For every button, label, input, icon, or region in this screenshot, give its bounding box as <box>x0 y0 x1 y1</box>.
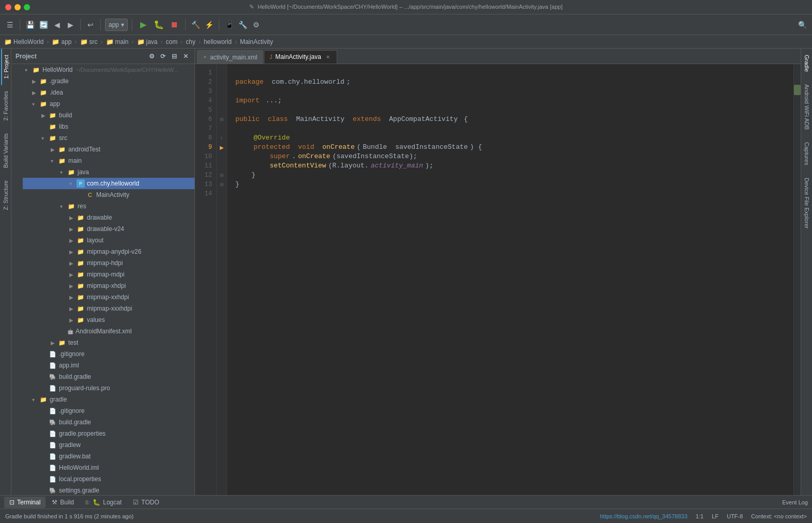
tab-structure[interactable]: Z: Structure <box>2 174 10 216</box>
tree-res[interactable]: ▾ 📁 res <box>23 201 194 212</box>
stop-button[interactable]: ⏹ <box>168 18 181 32</box>
tree-mipmap-mdpi[interactable]: ▶ 📁 mipmap-mdpi <box>23 269 194 280</box>
tree-helloworld-iml[interactable]: 📄 HelloWorld.iml <box>23 462 194 473</box>
tree-gradle-root[interactable]: ▾ 📁 gradle <box>23 394 194 405</box>
code-area[interactable]: package com.chy.helloworld ; import ...;… <box>227 64 793 495</box>
tab-gradle[interactable]: Gradle <box>803 49 811 78</box>
tree-layout[interactable]: ▶ 📁 layout <box>23 235 194 246</box>
tab-build-variants[interactable]: Build Variants <box>2 127 10 174</box>
status-encoding[interactable]: UTF-8 <box>727 513 743 519</box>
tree-values[interactable]: ▶ 📁 values <box>23 314 194 326</box>
bottom-tab-terminal[interactable]: ⊡ Terminal <box>4 497 46 508</box>
back-button[interactable]: ◀ <box>51 19 63 30</box>
tree-gradle-properties[interactable]: 📄 gradle.properties <box>23 428 194 439</box>
tree-gitignore-app[interactable]: 📄 .gitignore <box>23 348 194 360</box>
tree-root[interactable]: ▾ 📁 HelloWorld ~/Documents/WorkSpace/CHY… <box>23 64 194 75</box>
tab-device-file-explorer[interactable]: Device File Explorer <box>803 172 811 235</box>
sync-gradle-button[interactable]: ⚡ <box>203 19 215 30</box>
tree-mipmap-xhdpi[interactable]: ▶ 📁 mipmap-xhdpi <box>23 280 194 291</box>
tree-androidmanifest[interactable]: 🤖 AndroidManifest.xml <box>23 326 194 337</box>
menu-button[interactable]: ☰ <box>4 19 16 30</box>
nav-com[interactable]: com <box>166 38 178 45</box>
fold-class-end-icon[interactable]: ⊞ <box>220 182 224 187</box>
tree-idea[interactable]: ▶ 📁 .idea <box>23 87 194 98</box>
save-button[interactable]: 💾 <box>24 19 36 30</box>
status-lf[interactable]: LF <box>712 513 718 519</box>
tree-app[interactable]: ▾ 📁 app <box>23 98 194 110</box>
tree-local-properties[interactable]: 📄 local.properties <box>23 473 194 485</box>
tree-gradlew[interactable]: 📄 gradlew <box>23 439 194 451</box>
bottom-tab-build[interactable]: ⚒ Build <box>47 497 79 508</box>
tree-mipmap-anydpi[interactable]: ▶ 📁 mipmap-anydpi-v26 <box>23 246 194 257</box>
tree-java[interactable]: ▾ 📁 java <box>23 166 194 178</box>
bottom-tab-todo[interactable]: ☑ TODO <box>128 497 164 508</box>
tab-project[interactable]: 1: Project <box>1 49 10 85</box>
search-everywhere-button[interactable]: 🔍 <box>796 19 808 30</box>
fold-method-icon[interactable]: ⊞ <box>220 173 224 178</box>
tree-libs[interactable]: 📁 libs <box>23 121 194 132</box>
sdk-button[interactable]: 🔧 <box>237 19 248 30</box>
status-position[interactable]: 1:1 <box>696 513 703 519</box>
close-button[interactable] <box>5 4 11 10</box>
sync-icon[interactable]: ⟳ <box>158 52 168 61</box>
event-log-label[interactable]: Event Log <box>782 499 808 505</box>
tree-test[interactable]: ▶ 📁 test <box>23 337 194 348</box>
tree-proguard[interactable]: 📄 proguard-rules.pro <box>23 382 194 394</box>
tree-gradlew-bat[interactable]: 📄 gradlew.bat <box>23 451 194 462</box>
tree-gitignore-root[interactable]: 📄 .gitignore <box>23 405 194 417</box>
run-config-dropdown[interactable]: app ▾ <box>105 19 128 31</box>
build-button[interactable]: 🔨 <box>190 19 201 30</box>
tree-mipmap-hdpi[interactable]: ▶ 📁 mipmap-hdpi <box>23 257 194 269</box>
tree-build-gradle-app[interactable]: 🐘 build.gradle <box>23 371 194 382</box>
folder-icon: 📁 <box>39 395 48 404</box>
tab-captures[interactable]: Captures <box>803 136 811 172</box>
nav-helloworld2[interactable]: helloworld <box>204 38 232 45</box>
minimize-button[interactable] <box>14 4 21 10</box>
file-icon: 📄 <box>49 350 57 358</box>
tab-mainactivity-java[interactable]: J MainActivity.java ✕ <box>264 50 337 64</box>
fold-class-icon[interactable]: ⊞ <box>220 117 224 122</box>
tab-favorites[interactable]: 2: Favorites <box>2 85 10 127</box>
undo-button[interactable]: ↩ <box>85 19 96 30</box>
tree-mipmap-xxhdpi[interactable]: ▶ 📁 mipmap-xxhdpi <box>23 291 194 303</box>
tree-mipmap-xxxhdpi[interactable]: ▶ 📁 mipmap-xxxhdpi <box>23 303 194 314</box>
gear-icon[interactable]: ⚙ <box>147 52 156 61</box>
debug-button[interactable]: 🐛 <box>152 18 166 32</box>
maximize-button[interactable] <box>24 4 30 10</box>
tree-src[interactable]: ▾ 📁 src <box>23 132 194 144</box>
nav-chy[interactable]: chy <box>186 38 196 45</box>
tree-drawable-v24[interactable]: ▶ 📁 drawable-v24 <box>23 223 194 235</box>
tab-android-wifi-adb[interactable]: Android WiFi ADB <box>803 78 811 136</box>
nav-src[interactable]: 📁 src <box>80 38 98 45</box>
forward-button[interactable]: ▶ <box>65 19 76 30</box>
nav-helloworld[interactable]: 📁 HelloWorld <box>4 38 43 45</box>
nav-java[interactable]: 📁 java <box>137 38 158 45</box>
tree-build[interactable]: ▶ 📁 build <box>23 110 194 121</box>
nav-app[interactable]: 📁 app <box>52 38 71 45</box>
settings-button[interactable]: ⚙ <box>250 19 262 30</box>
close-icon[interactable]: ✕ <box>181 52 190 61</box>
tree-androidtest[interactable]: ▶ 📁 androidTest <box>23 144 194 155</box>
nav-main[interactable]: 📁 main <box>106 38 129 45</box>
item-label: drawable-v24 <box>87 225 124 233</box>
tree-build-gradle-root[interactable]: 🐘 build.gradle <box>23 417 194 428</box>
nav-mainactivity[interactable]: MainActivity <box>240 38 273 45</box>
avd-button[interactable]: 📱 <box>223 19 235 30</box>
tree-gradle[interactable]: ▶ 📁 .gradle <box>23 75 194 87</box>
sync-button[interactable]: 🔄 <box>38 19 49 30</box>
nav-sep-1: › <box>47 38 49 45</box>
tree-app-iml[interactable]: 📄 app.iml <box>23 360 194 371</box>
run-button[interactable]: ▶ <box>137 18 150 32</box>
tree-package[interactable]: ▾ P com.chy.helloworld <box>23 178 194 189</box>
tab-close-button[interactable]: ✕ <box>324 53 332 60</box>
tree-main[interactable]: ▾ 📁 main <box>23 155 194 166</box>
item-label: com.chy.helloworld <box>87 180 139 187</box>
tree-drawable[interactable]: ▶ 📁 drawable <box>23 212 194 223</box>
run-line-icon[interactable]: ▶ <box>220 145 224 150</box>
tree-mainactivity[interactable]: C MainActivity <box>23 189 194 201</box>
bottom-tab-logcat[interactable]: 6: 🐛 Logcat <box>80 497 127 508</box>
status-link[interactable]: https://blog.csdn.net/qq_34578833 <box>600 513 687 519</box>
tab-activity-main-xml[interactable]: ✦ activity_main.xml <box>197 50 263 64</box>
tree-settings-gradle[interactable]: 🐘 settings.gradle <box>23 485 194 495</box>
collapse-icon[interactable]: ⊟ <box>170 52 179 61</box>
